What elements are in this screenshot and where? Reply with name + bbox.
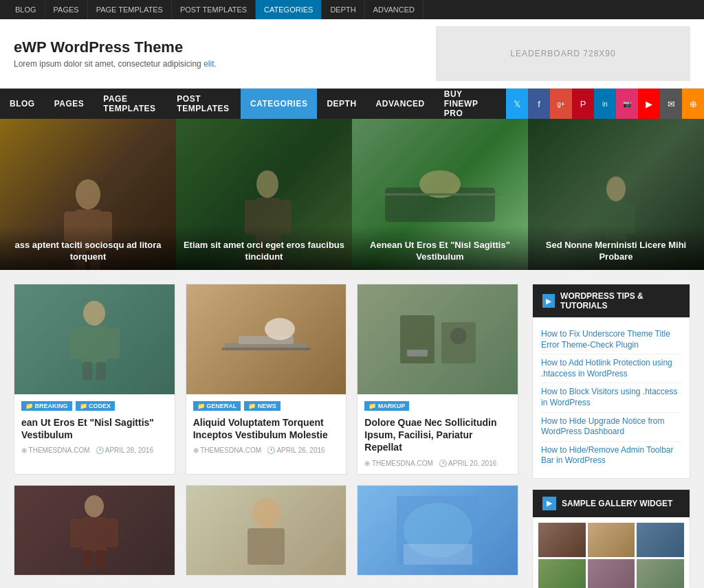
post-card-bottom-3[interactable] bbox=[357, 485, 518, 576]
hero-item-1[interactable]: ass aptent taciti sociosqu ad litora tor… bbox=[0, 119, 176, 270]
svg-rect-38 bbox=[106, 519, 118, 547]
gallery-thumb-5[interactable] bbox=[588, 559, 635, 588]
post-tag-general[interactable]: 📁 GENERAL bbox=[193, 401, 241, 411]
post-tags-3: 📁 MARKUP bbox=[364, 401, 511, 411]
post-grid-main: 📁 BREAKING 📁 CODEX ean Ut Eros Et "Nisl … bbox=[14, 284, 518, 475]
widget-link-4[interactable]: How to Hide Upgrade Notice from WordPres… bbox=[541, 413, 681, 442]
svg-point-29 bbox=[265, 318, 295, 340]
social-rss-icon[interactable]: ⊕ bbox=[682, 89, 704, 119]
social-pinterest-icon[interactable]: P bbox=[572, 89, 594, 119]
gallery-thumb-6[interactable] bbox=[637, 559, 684, 588]
svg-point-34 bbox=[450, 328, 467, 344]
post-thumb-3 bbox=[358, 284, 518, 394]
post-tag-codex[interactable]: 📁 CODEX bbox=[76, 401, 116, 411]
svg-point-0 bbox=[76, 179, 100, 210]
svg-rect-39 bbox=[83, 550, 92, 568]
post-card-1[interactable]: 📁 BREAKING 📁 CODEX ean Ut Eros Et "Nisl … bbox=[14, 284, 175, 475]
widget-wp-tips-header: ▶ WORDPRESS TIPS & TUTORIALS bbox=[533, 284, 690, 317]
nav-menu: BLOG PAGES PAGE TEMPLATES POST TEMPLATES… bbox=[0, 89, 506, 119]
gallery-thumb-3[interactable] bbox=[637, 523, 684, 557]
svg-rect-33 bbox=[407, 350, 428, 357]
nav-item-categories[interactable]: CATEGORIES bbox=[241, 89, 317, 119]
hero-item-2[interactable]: Etiam sit amet orci eget eros faucibus t… bbox=[176, 119, 352, 270]
widget-link-2[interactable]: How to Add Hotlink Protection using .hta… bbox=[541, 354, 681, 383]
post-title-1: ean Ut Eros Et "Nisl Sagittis" Vestibulu… bbox=[21, 416, 168, 441]
svg-rect-36 bbox=[82, 517, 107, 552]
admin-tab-page-templates[interactable]: PAGE TEMPLATES bbox=[88, 0, 172, 19]
post-author-2: ⊕ THEMESDNA.COM bbox=[193, 446, 262, 454]
post-body-2: 📁 GENERAL 📁 NEWS Aliquid Voluptatem Torq… bbox=[186, 394, 346, 461]
admin-tab-post-templates[interactable]: POST TEMPLATES bbox=[172, 0, 256, 19]
post-card-bottom-2[interactable] bbox=[186, 485, 347, 576]
content-area: 📁 BREAKING 📁 CODEX ean Ut Eros Et "Nisl … bbox=[0, 270, 704, 588]
post-card-3[interactable]: 📁 MARKUP Dolore Quae Nec Sollicitudin Ip… bbox=[357, 284, 518, 475]
nav-item-post-templates[interactable]: POST TEMPLATES bbox=[167, 89, 241, 119]
post-card-2[interactable]: 📁 GENERAL 📁 NEWS Aliquid Voluptatem Torq… bbox=[186, 284, 347, 475]
nav-item-advanced[interactable]: ADVANCED bbox=[366, 89, 434, 119]
gallery-grid bbox=[533, 517, 690, 588]
gallery-thumb-4[interactable] bbox=[538, 559, 586, 588]
widget-wp-tips: ▶ WORDPRESS TIPS & TUTORIALS How to Fix … bbox=[532, 284, 690, 479]
gallery-thumb-2[interactable] bbox=[588, 523, 635, 557]
hero-item-3[interactable]: Aenean Ut Eros Et "Nisl Sagittis" Vestib… bbox=[352, 119, 528, 270]
svg-rect-37 bbox=[70, 519, 82, 547]
svg-rect-24 bbox=[106, 328, 120, 359]
widget-wp-tips-content: How to Fix Underscore Theme Title Error … bbox=[533, 317, 690, 478]
social-mail-icon[interactable]: ✉ bbox=[660, 89, 682, 119]
svg-rect-40 bbox=[96, 550, 105, 568]
widget-arrow-icon: ▶ bbox=[542, 294, 555, 308]
svg-rect-25 bbox=[82, 362, 92, 381]
social-youtube-icon[interactable]: ▶ bbox=[638, 89, 660, 119]
admin-tab-pages[interactable]: PAGES bbox=[45, 0, 88, 19]
site-tagline: Lorem ipsum dolor sit amet, consectetur … bbox=[14, 59, 422, 69]
widget-link-3[interactable]: How to Block Visitors using .htaccess in… bbox=[541, 383, 681, 412]
post-tag-news[interactable]: 📁 NEWS bbox=[244, 401, 280, 411]
social-gplus-icon[interactable]: g+ bbox=[550, 89, 572, 119]
social-twitter-icon[interactable]: 𝕏 bbox=[506, 89, 528, 119]
social-linkedin-icon[interactable]: in bbox=[594, 89, 616, 119]
svg-rect-45 bbox=[404, 544, 472, 565]
nav-item-buy[interactable]: BUY FINEWP PRO bbox=[434, 89, 506, 119]
social-instagram-icon[interactable]: 📷 bbox=[616, 89, 638, 119]
post-thumb-bot-3 bbox=[358, 486, 518, 575]
svg-point-21 bbox=[83, 301, 105, 326]
post-tag-breaking[interactable]: 📁 BREAKING bbox=[21, 401, 72, 411]
svg-point-41 bbox=[252, 498, 280, 528]
post-card-bottom-1[interactable] bbox=[14, 485, 175, 576]
post-meta-1: ⊕ THEMESDNA.COM 🕐 APRIL 28, 2016 bbox=[21, 446, 168, 454]
hero-item-4[interactable]: Sed Nonne Merninisti Licere Mihi Probare bbox=[528, 119, 704, 270]
widget-gallery-header: ▶ SAMPLE GALLERY WIDGET bbox=[533, 490, 690, 517]
widget-wp-tips-title: WORDPRESS TIPS & TUTORIALS bbox=[560, 291, 680, 310]
admin-tab-categories[interactable]: CATEGORIES bbox=[256, 0, 322, 19]
post-tag-markup[interactable]: 📁 MARKUP bbox=[364, 401, 409, 411]
social-facebook-icon[interactable]: f bbox=[528, 89, 550, 119]
admin-tab-blog[interactable]: BLOG bbox=[7, 0, 45, 19]
post-date-1: 🕐 APRIL 28, 2016 bbox=[96, 446, 153, 454]
widget-gallery: ▶ SAMPLE GALLERY WIDGET bbox=[532, 489, 690, 588]
site-title: eWP WordPress Theme bbox=[14, 38, 422, 56]
header-left: eWP WordPress Theme Lorem ipsum dolor si… bbox=[0, 32, 436, 76]
post-thumb-bot-2 bbox=[186, 486, 346, 575]
widget-link-5[interactable]: How to Hide/Remove Admin Toolbar Bar in … bbox=[541, 442, 681, 470]
post-tags-1: 📁 BREAKING 📁 CODEX bbox=[21, 401, 168, 411]
admin-tab-depth[interactable]: DEPTH bbox=[322, 0, 364, 19]
hero-slider: ass aptent taciti sociosqu ad litora tor… bbox=[0, 119, 704, 270]
nav-item-blog[interactable]: BLOG bbox=[0, 89, 45, 119]
hero-overlay-3: Aenean Ut Eros Et "Nisl Sagittis" Vestib… bbox=[352, 226, 528, 270]
nav-item-depth[interactable]: DEPTH bbox=[317, 89, 366, 119]
svg-rect-26 bbox=[96, 362, 106, 381]
post-author-1: ⊕ THEMESDNA.COM bbox=[21, 446, 90, 454]
widget-gallery-title: SAMPLE GALLERY WIDGET bbox=[562, 499, 672, 508]
post-body-3: 📁 MARKUP Dolore Quae Nec Sollicitudin Ip… bbox=[358, 394, 518, 474]
gallery-thumb-1[interactable] bbox=[538, 523, 586, 557]
post-meta-3: ⊕ THEMESDNA.COM 🕐 APRIL 20, 2016 bbox=[364, 460, 511, 467]
post-title-3: Dolore Quae Nec Sollicitudin Ipsum, Faci… bbox=[364, 416, 511, 454]
post-author-3: ⊕ THEMESDNA.COM bbox=[364, 460, 433, 467]
admin-bar-tabs: BLOG PAGES PAGE TEMPLATES POST TEMPLATES… bbox=[7, 0, 424, 19]
admin-tab-advanced[interactable]: ADVANCED bbox=[365, 0, 424, 19]
widget-link-1[interactable]: How to Fix Underscore Theme Title Error … bbox=[541, 326, 681, 354]
post-thumb-2 bbox=[186, 284, 346, 394]
hero-overlay-4: Sed Nonne Merninisti Licere Mihi Probare bbox=[528, 226, 704, 270]
nav-item-page-templates[interactable]: PAGE TEMPLATES bbox=[94, 89, 167, 119]
nav-item-pages[interactable]: PAGES bbox=[45, 89, 94, 119]
